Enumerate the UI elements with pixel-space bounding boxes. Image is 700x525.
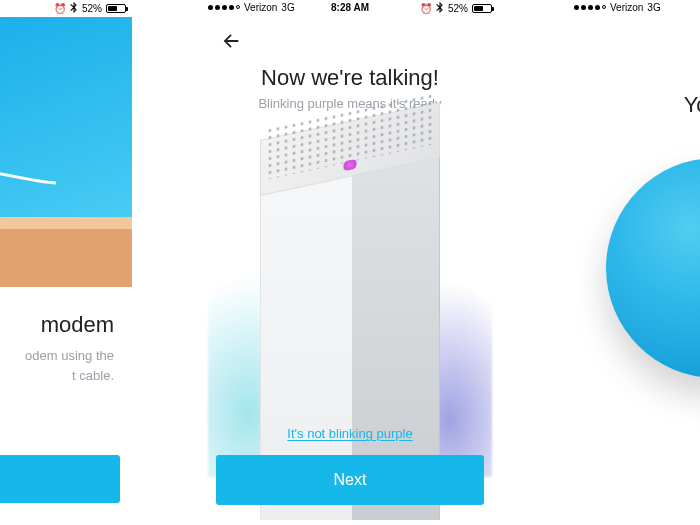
hero-illustration [0, 17, 132, 287]
page-title-line1: S [568, 65, 700, 91]
network-label: 3G [281, 2, 294, 13]
page-title: modem [0, 312, 114, 338]
alarm-icon: ⏰ [420, 4, 432, 14]
page-subtitle: Blinking purple means it's ready [202, 96, 498, 111]
troubleshoot-link-row: It's not blinking purple [202, 426, 498, 441]
troubleshoot-link[interactable]: It's not blinking purple [287, 426, 412, 441]
next-button-label: Next [334, 471, 367, 489]
page-title-line2: You've [568, 92, 700, 118]
status-right: ⏰ 52% [420, 2, 492, 15]
battery-pct: 52% [448, 3, 468, 14]
back-button[interactable] [220, 30, 242, 56]
battery-icon [106, 4, 126, 13]
success-caption: L [568, 408, 700, 425]
screen-ready: Verizon 3G 8:28 AM ⏰ 52% Now we're talki… [202, 0, 498, 525]
ethernet-cable-icon [0, 157, 56, 197]
carrier-label: Verizon [244, 2, 277, 13]
screenshot-triptych: ⏰ 52% modem odem using the t cable. [0, 0, 700, 525]
network-label: 3G [647, 2, 660, 13]
status-bar: Verizon 3G 8:28 AM ⏰ 52% [202, 0, 498, 17]
signal-icon [574, 5, 606, 10]
page-title: Now we're talking! [202, 65, 498, 91]
signal-icon [208, 5, 240, 10]
clock: 8:28 AM [331, 2, 369, 13]
carrier-label: Verizon [610, 2, 643, 13]
success-circle-icon [606, 158, 700, 378]
screen-connect-modem: ⏰ 52% modem odem using the t cable. [0, 0, 132, 525]
bluetooth-icon [436, 2, 444, 15]
shelf-icon [0, 217, 132, 287]
status-bar: Verizon 3G [568, 0, 700, 17]
next-button[interactable]: Next [216, 455, 484, 505]
page-description: odem using the t cable. [0, 346, 114, 385]
bluetooth-icon [70, 2, 78, 15]
battery-icon [472, 4, 492, 13]
status-left: Verizon 3G [208, 2, 295, 13]
status-bar: ⏰ 52% [0, 0, 132, 17]
alarm-icon: ⏰ [54, 4, 66, 14]
status-left: Verizon 3G [574, 2, 661, 13]
screen-success: Verizon 3G S You've L [568, 0, 700, 525]
status-right: ⏰ 52% [54, 2, 126, 15]
battery-pct: 52% [82, 3, 102, 14]
primary-button[interactable] [0, 455, 120, 503]
